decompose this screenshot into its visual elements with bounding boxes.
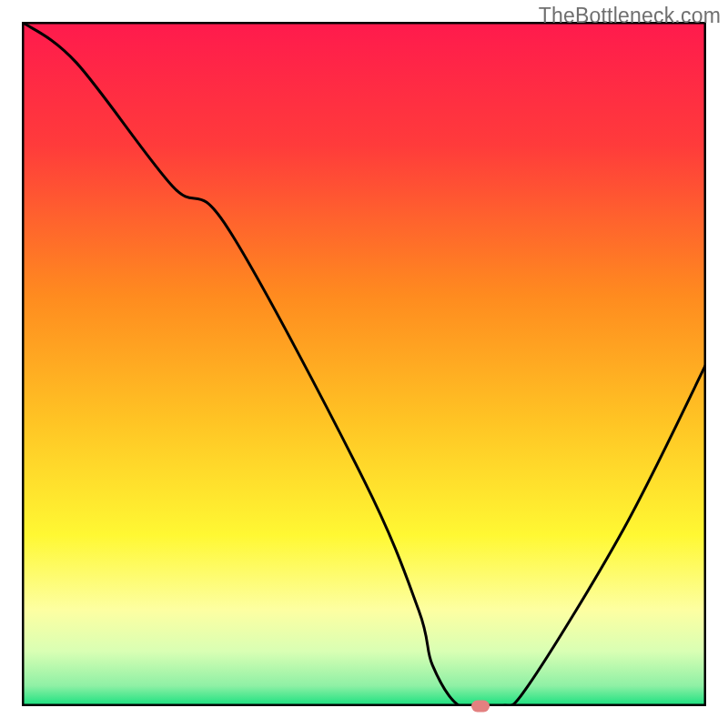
axes-frame [22, 22, 706, 706]
bottleneck-chart: TheBottleneck.com [0, 0, 728, 728]
watermark-label: TheBottleneck.com [539, 4, 721, 28]
svg-rect-1 [22, 22, 706, 706]
optimum-marker [471, 701, 490, 713]
plot-area [22, 22, 706, 706]
